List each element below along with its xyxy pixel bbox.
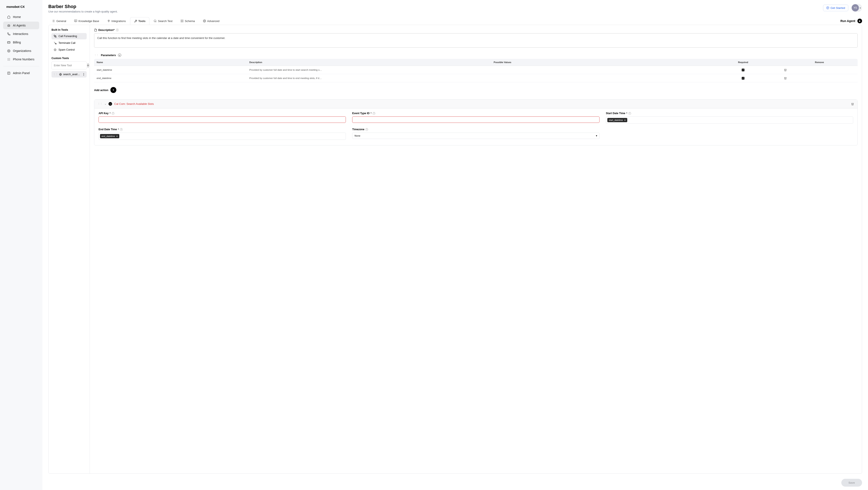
description-label: Description* (98, 28, 115, 32)
nav-label: Organizations (13, 49, 31, 53)
help-icon[interactable]: ? (628, 112, 631, 115)
dialpad-icon (7, 58, 10, 61)
new-tool-input[interactable] (54, 64, 87, 67)
field-api-key: API Key * ? (98, 112, 346, 124)
param-description: Provided by customer full date and time … (247, 66, 491, 74)
tab-tools[interactable]: Tools (130, 17, 150, 25)
get-started-button[interactable]: Get Started (823, 5, 848, 11)
user-menu[interactable]: YS ▾ (851, 4, 862, 12)
checkbox-checked-icon[interactable]: ✓ (742, 77, 744, 79)
trash-icon[interactable] (784, 68, 855, 71)
bug-icon (54, 48, 57, 51)
tab-label: Schema (185, 20, 195, 23)
play-icon: ▶ (858, 19, 862, 23)
action-header: ⋮⋮ ⌄ Cal Cal Com: Search Available Slots (94, 100, 858, 108)
svg-line-21 (156, 22, 156, 22)
tab-general[interactable]: General (48, 17, 70, 25)
more-icon[interactable]: ⋮ (83, 73, 85, 76)
table-row[interactable]: start_datetime Provided by customer full… (94, 66, 858, 74)
add-parameter-button[interactable]: + (118, 54, 121, 57)
tool-terminate-call[interactable]: Terminate Call (52, 40, 87, 46)
tools-side-panel: Built In Tools Call Forwarding Terminate… (49, 25, 90, 473)
svg-point-23 (183, 20, 183, 20)
svg-marker-18 (827, 7, 828, 8)
event-type-id-input[interactable] (352, 117, 599, 123)
sidebar-item-ai-agents[interactable]: AI Agents (3, 22, 39, 29)
phone-icon (7, 32, 10, 36)
help-icon[interactable]: ? (120, 128, 123, 131)
parameters-label: Parameters (101, 54, 116, 57)
tab-integrations[interactable]: Integrations (103, 17, 130, 25)
save-row: Save (42, 476, 868, 490)
help-icon[interactable]: ? (365, 128, 368, 131)
help-icon[interactable]: ? (112, 112, 115, 115)
tab-schema[interactable]: Schema (177, 17, 199, 25)
add-action-button[interactable]: + (111, 87, 116, 93)
timezone-select[interactable]: None ▾ (352, 133, 599, 139)
param-required-cell: ✓ (705, 66, 781, 74)
help-icon[interactable]: ? (116, 29, 119, 31)
organizations-icon (7, 49, 10, 53)
tool-call-forwarding[interactable]: Call Forwarding (52, 33, 87, 39)
action-title: Cal Com: Search Available Slots (114, 102, 154, 105)
calcom-logo-icon: Cal (108, 102, 112, 106)
nav-label: Phone Numbers (13, 58, 34, 61)
compass-icon (826, 6, 829, 9)
drag-handle-icon[interactable]: ⋮⋮ (53, 73, 58, 76)
description-textarea[interactable]: Call this function to find free meeting … (94, 33, 858, 47)
tab-knowledge-base[interactable]: Knowledge Base (70, 17, 103, 25)
trash-icon[interactable] (784, 77, 855, 79)
document-icon (94, 29, 97, 32)
chip-remove-icon[interactable]: ✕ (116, 135, 118, 137)
billing-icon (7, 41, 10, 44)
sidebar-item-home[interactable]: Home (3, 13, 39, 21)
sidebar-item-interactions[interactable]: Interactions (3, 30, 39, 38)
sidebar-item-organizations[interactable]: Organizations (3, 47, 39, 55)
main-content: Barber Shop Use our recommendations to c… (42, 0, 868, 490)
sidebar-item-billing[interactable]: Billing (3, 38, 39, 46)
tab-label: Advanced (207, 20, 220, 23)
svg-point-9 (9, 58, 10, 59)
tool-spam-control[interactable]: Spam Control (52, 46, 87, 53)
sidebar-item-phone-numbers[interactable]: Phone Numbers (3, 56, 39, 63)
param-possible (491, 74, 705, 83)
param-remove-cell (781, 74, 858, 83)
tab-search-test[interactable]: Search Test (150, 17, 176, 25)
end-date-time-input[interactable]: end_datetime ✕ (98, 133, 346, 140)
nav-label: Billing (13, 41, 21, 44)
api-key-input[interactable] (98, 117, 346, 123)
svg-point-20 (154, 20, 156, 22)
custom-tool-item[interactable]: ⋮⋮ search_availab… ⋮ (52, 71, 87, 77)
field-event-type-id: Event Type ID * ? (352, 112, 599, 124)
chip-remove-icon[interactable]: ✕ (624, 119, 626, 121)
trash-icon[interactable] (851, 102, 854, 105)
new-tool-input-wrap: + (52, 61, 87, 69)
field-label: End Date Time (98, 128, 117, 131)
add-tool-button[interactable]: + (87, 64, 89, 67)
table-row[interactable]: end_datetime Provided by customer full d… (94, 74, 858, 83)
col-name: Name (94, 59, 247, 66)
svg-point-25 (183, 22, 183, 22)
svg-point-15 (9, 60, 10, 60)
tool-editor: Description* ? Call this function to fin… (90, 25, 862, 473)
custom-tools-heading: Custom Tools (52, 57, 87, 60)
action-card: ⋮⋮ ⌄ Cal Cal Com: Search Available Slots… (94, 99, 858, 145)
save-button[interactable]: Save (841, 479, 862, 487)
help-icon[interactable]: ? (373, 112, 375, 115)
checkbox-checked-icon[interactable]: ✓ (742, 69, 744, 71)
run-agent-button[interactable]: Run Agent ▶ (840, 19, 862, 23)
get-started-label: Get Started (831, 6, 845, 9)
chip-end-datetime: end_datetime ✕ (100, 134, 119, 138)
field-spacer (606, 128, 853, 140)
start-date-time-input[interactable]: start_datetime ✕ (606, 117, 853, 124)
globe-icon (59, 73, 62, 76)
tab-advanced[interactable]: Advanced (199, 17, 223, 25)
chevron-down-icon: ▾ (860, 7, 861, 9)
drag-handle-icon[interactable]: ⋮⋮ (98, 102, 102, 105)
parameters-header: ⋮⋮ Parameters + (94, 54, 858, 57)
gear-icon (52, 20, 55, 23)
svg-point-13 (8, 60, 8, 60)
sidebar-item-admin-panel[interactable]: Admin Panel (3, 69, 39, 77)
call-forward-icon (54, 35, 57, 38)
chevron-down-icon[interactable]: ⌄ (104, 102, 106, 105)
